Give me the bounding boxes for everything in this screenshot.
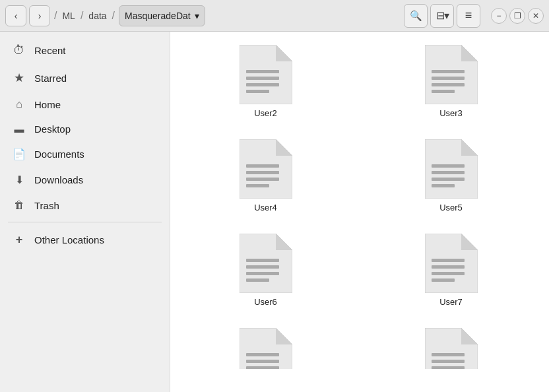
sidebar-label-trash: Trash bbox=[34, 200, 59, 211]
svg-rect-16 bbox=[246, 178, 279, 181]
svg-marker-42 bbox=[461, 328, 478, 344]
breadcrumb-sep-1: / bbox=[53, 10, 58, 22]
svg-rect-14 bbox=[246, 164, 279, 168]
other-locations-icon: + bbox=[12, 233, 26, 247]
search-icon: 🔍 bbox=[410, 10, 422, 22]
breadcrumb-sep-2: / bbox=[79, 10, 84, 22]
svg-marker-31 bbox=[461, 234, 478, 250]
file-item-user7[interactable]: User7 bbox=[366, 228, 536, 312]
file-item-user5[interactable]: User5 bbox=[366, 134, 536, 218]
breadcrumb-dropdown-arrow: ▾ bbox=[195, 11, 199, 21]
sidebar-label-downloads: Downloads bbox=[34, 174, 83, 185]
sidebar-item-recent[interactable]: ⏱ Recent bbox=[0, 37, 170, 64]
file-item-user6[interactable]: User6 bbox=[181, 228, 350, 312]
svg-rect-17 bbox=[246, 184, 269, 187]
svg-rect-35 bbox=[432, 278, 455, 282]
desktop-icon: ▬ bbox=[12, 123, 26, 135]
main-area: ⏱ Recent ★ Starred ⌂ Home ▬ Desktop 📄 Do… bbox=[0, 32, 549, 392]
starred-icon: ★ bbox=[12, 71, 26, 85]
svg-rect-21 bbox=[432, 171, 465, 174]
sidebar-item-documents[interactable]: 📄 Documents bbox=[0, 141, 170, 167]
file-item-user3[interactable]: User3 bbox=[366, 40, 536, 123]
file-icon-user7 bbox=[425, 234, 478, 293]
svg-rect-27 bbox=[246, 265, 279, 269]
file-item-user4[interactable]: User4 bbox=[181, 134, 350, 218]
breadcrumb-sep-3: / bbox=[111, 10, 116, 22]
file-item-user8[interactable] bbox=[181, 323, 350, 369]
home-icon: ⌂ bbox=[12, 98, 26, 110]
list-view-button[interactable]: ⊟▾ bbox=[430, 4, 454, 28]
breadcrumb-ml[interactable]: ML bbox=[61, 11, 76, 21]
svg-rect-20 bbox=[432, 164, 465, 168]
file-item-user2[interactable]: User2 bbox=[181, 40, 350, 123]
minimize-button[interactable]: − bbox=[491, 8, 507, 24]
svg-rect-44 bbox=[432, 360, 465, 363]
sidebar-label-starred: Starred bbox=[34, 73, 67, 84]
svg-marker-19 bbox=[461, 139, 478, 156]
svg-rect-45 bbox=[432, 366, 465, 369]
svg-rect-29 bbox=[246, 278, 269, 282]
file-icon-user2 bbox=[240, 45, 292, 104]
sidebar-item-trash[interactable]: 🗑 Trash bbox=[0, 193, 170, 218]
file-icon-user3 bbox=[425, 45, 478, 104]
back-button[interactable]: ‹ bbox=[5, 5, 26, 26]
sidebar-item-home[interactable]: ⌂ Home bbox=[0, 92, 170, 117]
trash-icon: 🗑 bbox=[12, 199, 26, 211]
search-button[interactable]: 🔍 bbox=[404, 4, 428, 28]
file-name-user2: User2 bbox=[254, 108, 277, 118]
svg-rect-22 bbox=[432, 178, 465, 181]
svg-rect-4 bbox=[246, 83, 279, 86]
file-item-user9[interactable] bbox=[366, 323, 536, 369]
sidebar-label-home: Home bbox=[34, 99, 61, 110]
menu-button[interactable]: ≡ bbox=[457, 4, 480, 28]
sidebar-item-downloads[interactable]: ⬇ Downloads bbox=[0, 167, 170, 193]
breadcrumb-data[interactable]: data bbox=[87, 11, 108, 21]
recent-icon: ⏱ bbox=[12, 44, 26, 57]
menu-icon: ≡ bbox=[465, 9, 472, 22]
svg-rect-28 bbox=[246, 272, 279, 275]
svg-rect-32 bbox=[432, 259, 465, 262]
svg-rect-43 bbox=[432, 353, 465, 356]
svg-rect-9 bbox=[432, 77, 465, 80]
sidebar-label-desktop: Desktop bbox=[34, 123, 71, 135]
forward-button[interactable]: › bbox=[29, 5, 50, 26]
sidebar-item-starred[interactable]: ★ Starred bbox=[0, 64, 170, 92]
file-name-user7: User7 bbox=[439, 297, 463, 307]
downloads-icon: ⬇ bbox=[12, 174, 26, 186]
svg-rect-33 bbox=[432, 265, 465, 269]
sidebar: ⏱ Recent ★ Starred ⌂ Home ▬ Desktop 📄 Do… bbox=[0, 32, 170, 392]
svg-marker-25 bbox=[276, 234, 292, 250]
file-name-user3: User3 bbox=[439, 108, 463, 118]
svg-marker-13 bbox=[276, 139, 292, 156]
restore-icon: ❐ bbox=[514, 11, 521, 20]
svg-rect-3 bbox=[246, 77, 279, 80]
sidebar-label-documents: Documents bbox=[34, 148, 84, 160]
svg-rect-11 bbox=[432, 90, 455, 93]
file-area[interactable]: User2 User3 bbox=[170, 32, 549, 392]
file-icon-user6 bbox=[240, 234, 292, 293]
svg-rect-10 bbox=[432, 83, 465, 86]
minimize-icon: − bbox=[496, 11, 501, 20]
svg-marker-7 bbox=[461, 45, 478, 61]
svg-rect-23 bbox=[432, 184, 455, 187]
file-name-user4: User4 bbox=[254, 203, 277, 212]
file-name-user5: User5 bbox=[439, 203, 463, 212]
svg-rect-38 bbox=[246, 353, 279, 356]
sidebar-item-desktop[interactable]: ▬ Desktop bbox=[0, 117, 170, 141]
breadcrumb-current-label: MasqueradeDat bbox=[125, 11, 191, 21]
file-icon-user5 bbox=[425, 139, 478, 199]
file-grid: User2 User3 bbox=[181, 40, 538, 369]
close-icon: ✕ bbox=[533, 11, 539, 20]
svg-marker-37 bbox=[276, 328, 292, 344]
svg-rect-2 bbox=[246, 70, 279, 73]
breadcrumb-current[interactable]: MasqueradeDat ▾ bbox=[119, 5, 205, 26]
close-button[interactable]: ✕ bbox=[528, 8, 544, 24]
svg-rect-34 bbox=[432, 272, 465, 275]
file-icon-user9 bbox=[425, 328, 478, 369]
restore-button[interactable]: ❐ bbox=[509, 8, 525, 24]
svg-rect-15 bbox=[246, 171, 279, 174]
sidebar-divider bbox=[8, 222, 162, 222]
sidebar-item-other-locations[interactable]: + Other Locations bbox=[0, 226, 170, 253]
svg-marker-1 bbox=[276, 45, 292, 61]
list-icon: ⊟▾ bbox=[436, 9, 449, 22]
